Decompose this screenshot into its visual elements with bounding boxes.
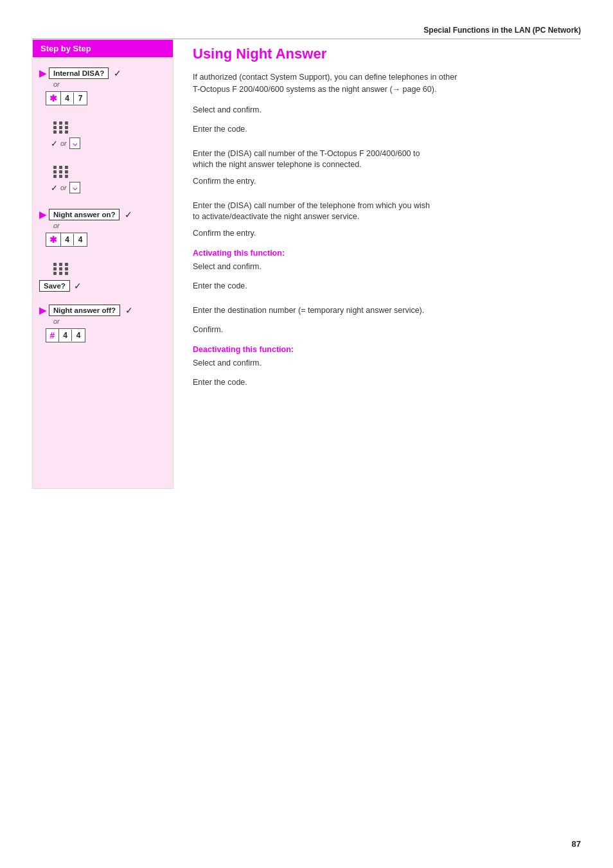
code-star: ✱ <box>46 92 61 105</box>
header-title: Special Functions in the LAN (PC Network… <box>423 26 581 35</box>
save-label: Save? <box>39 280 70 292</box>
code-star-4-4: ✱ 4 4 <box>46 233 87 247</box>
night-answer-off-label: Night answer off? <box>49 305 120 316</box>
checkmark-6: ✓ <box>125 305 133 315</box>
instruction-row-code-2: Enter the code. <box>193 281 581 295</box>
instruction-row-code-1: Enter the code. <box>193 124 581 138</box>
code-star-4-4-row: ✱ 4 4 <box>46 231 166 248</box>
arrow-icon-3: ▶ <box>39 305 46 315</box>
save-row: Save? ✓ <box>39 280 166 292</box>
instruction-row-confirm-2: Confirm the entry. <box>193 228 581 242</box>
confirm-or-row-2: ✓ or ⌵ <box>46 181 166 195</box>
checkmark-4: ✓ <box>125 209 132 220</box>
internal-disa-row: ▶ Internal DISA? ✓ <box>39 67 166 79</box>
confirm-or-row-1: ✓ or ⌵ <box>46 136 166 150</box>
keypad-icon-3 <box>53 263 69 275</box>
or-text-5: or <box>53 317 60 325</box>
instruction-row-dest: Enter the destination number (= temporar… <box>193 305 581 319</box>
intro-text: If authorized (contact System Support), … <box>193 71 463 96</box>
checkmark-5: ✓ <box>74 281 82 291</box>
keypad-row-2 <box>51 164 166 179</box>
instruction-row-select-1: Select and confirm. <box>193 105 581 119</box>
hash-icon-2: ⌵ <box>69 182 80 193</box>
code-hash-4-4: # 4 4 <box>46 328 85 342</box>
or-text-1: or <box>53 80 60 88</box>
checkmark-2: ✓ <box>51 139 58 148</box>
deactivating-heading: Deactivating this function: <box>193 345 581 354</box>
code-4-2: 4 <box>61 234 74 245</box>
instruction-row-confirm-1: Confirm the entry. <box>193 176 581 190</box>
or-text-3: or <box>60 184 67 191</box>
instruction-text-confirm-2: Confirm the entry. <box>193 228 256 240</box>
page-container: Special Functions in the LAN (PC Network… <box>0 0 613 868</box>
step-by-step-header: Step by Step <box>33 40 173 57</box>
arrow-icon: ▶ <box>39 68 46 78</box>
instruction-row-disa-2: Enter the (DISA) call number of the tele… <box>193 200 581 223</box>
arrow-icon-2: ▶ <box>39 209 46 220</box>
or-text-2: or <box>60 139 67 147</box>
page-header: Special Functions in the LAN (PC Network… <box>32 26 581 39</box>
instruction-text-select-1: Select and confirm. <box>193 105 262 116</box>
code-4-1: 4 <box>61 93 74 104</box>
checkmark-3: ✓ <box>51 183 58 193</box>
instruction-text-select-3: Select and confirm. <box>193 358 262 369</box>
code-4-5: 4 <box>72 330 85 341</box>
activating-heading: Activating this function: <box>193 249 581 258</box>
keypad-row-1 <box>51 120 166 135</box>
code-star-4-7-row: ✱ 4 7 <box>46 90 166 107</box>
keypad-icon-2 <box>53 166 69 178</box>
night-answer-off-row: ▶ Night answer off? ✓ <box>39 305 166 316</box>
instruction-row-save: Confirm. <box>193 324 581 339</box>
hash-icon-1: ⌵ <box>69 137 80 149</box>
section-title: Using Night Answer <box>193 46 581 62</box>
instruction-text-dest: Enter the destination number (= temporar… <box>193 305 424 317</box>
instruction-text-code-3: Enter the code. <box>193 377 247 389</box>
left-panel-content: ▶ Internal DISA? ✓ or ✱ 4 7 <box>33 62 173 348</box>
code-7: 7 <box>74 93 87 104</box>
code-star-2: ✱ <box>46 233 61 246</box>
instruction-text-disa-2: Enter the (DISA) call number of the tele… <box>193 200 437 223</box>
instruction-row-disa-1: Enter the (DISA) call number of the T-Oc… <box>193 148 581 171</box>
night-answer-on-label: Night answer on? <box>49 209 120 220</box>
left-panel: Step by Step ▶ Internal DISA? ✓ or ✱ 4 <box>32 39 173 489</box>
night-answer-on-row: ▶ Night answer on? ✓ <box>39 209 166 220</box>
code-star-4-7: ✱ 4 7 <box>46 91 87 105</box>
instruction-text-confirm-1: Confirm the entry. <box>193 176 256 188</box>
or-text-4: or <box>53 222 60 229</box>
internal-disa-label: Internal DISA? <box>49 67 109 79</box>
page-number: 87 <box>572 839 581 849</box>
code-hash: # <box>46 329 59 342</box>
or-row-1: or <box>39 80 166 88</box>
instruction-text-code-1: Enter the code. <box>193 124 247 136</box>
code-4-4: 4 <box>59 330 72 341</box>
keypad-row-3 <box>51 261 166 276</box>
instruction-text-code-2: Enter the code. <box>193 281 247 292</box>
keypad-icon-1 <box>53 121 69 134</box>
or-row-3: or <box>39 317 166 325</box>
instruction-text-save: Confirm. <box>193 324 223 336</box>
instruction-text-disa-1: Enter the (DISA) call number of the T-Oc… <box>193 148 437 171</box>
instruction-text-select-2: Select and confirm. <box>193 261 262 273</box>
instruction-row-select-3: Select and confirm. <box>193 358 581 372</box>
instruction-row-select-2: Select and confirm. <box>193 261 581 276</box>
checkmark-1: ✓ <box>114 68 121 78</box>
main-layout: Step by Step ▶ Internal DISA? ✓ or ✱ 4 <box>32 39 581 489</box>
or-row-2: or <box>39 222 166 229</box>
code-4-3: 4 <box>74 234 87 245</box>
code-hash-4-4-row: # 4 4 <box>46 327 166 344</box>
instruction-row-code-3: Enter the code. <box>193 377 581 391</box>
right-content: Using Night Answer If authorized (contac… <box>173 39 581 396</box>
